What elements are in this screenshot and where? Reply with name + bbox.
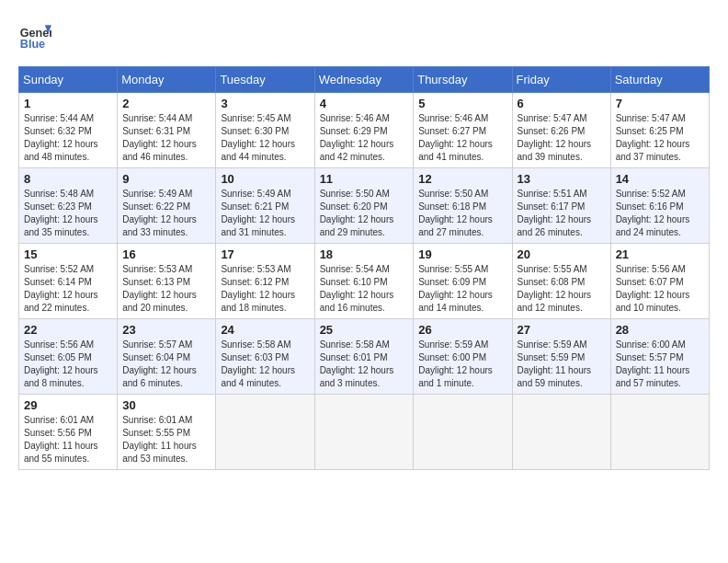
day-number: 17: [221, 247, 309, 261]
day-detail: Sunrise: 5:53 AM Sunset: 6:13 PM Dayligh…: [122, 263, 210, 315]
calendar-day-19: 19Sunrise: 5:55 AM Sunset: 6:09 PM Dayli…: [414, 244, 512, 319]
day-number: 28: [616, 323, 704, 337]
day-detail: Sunrise: 5:44 AM Sunset: 6:31 PM Dayligh…: [122, 112, 210, 164]
day-number: 20: [518, 247, 606, 261]
calendar-week-row: 1Sunrise: 5:44 AM Sunset: 6:32 PM Daylig…: [19, 93, 710, 168]
day-header-wednesday: Wednesday: [314, 67, 414, 93]
calendar-day-empty: [314, 395, 414, 470]
day-number: 30: [122, 398, 210, 412]
day-number: 10: [221, 172, 309, 186]
calendar-day-24: 24Sunrise: 5:58 AM Sunset: 6:03 PM Dayli…: [216, 319, 314, 395]
day-detail: Sunrise: 5:52 AM Sunset: 6:16 PM Dayligh…: [616, 188, 704, 239]
day-detail: Sunrise: 5:55 AM Sunset: 6:08 PM Dayligh…: [518, 263, 606, 315]
calendar-day-empty: [216, 395, 314, 470]
day-number: 29: [24, 398, 112, 412]
day-number: 7: [616, 97, 704, 110]
day-detail: Sunrise: 5:50 AM Sunset: 6:18 PM Dayligh…: [418, 188, 506, 239]
calendar-day-empty: [414, 395, 512, 470]
page-header: General Blue: [18, 18, 710, 52]
day-detail: Sunrise: 5:46 AM Sunset: 6:27 PM Dayligh…: [418, 112, 506, 164]
day-header-friday: Friday: [512, 67, 610, 93]
day-number: 11: [320, 172, 409, 186]
day-detail: Sunrise: 5:47 AM Sunset: 6:25 PM Dayligh…: [616, 112, 704, 164]
day-detail: Sunrise: 5:57 AM Sunset: 6:04 PM Dayligh…: [122, 339, 210, 390]
calendar-day-28: 28Sunrise: 6:00 AM Sunset: 5:57 PM Dayli…: [610, 319, 709, 395]
day-number: 25: [320, 323, 409, 337]
calendar-day-7: 7Sunrise: 5:47 AM Sunset: 6:25 PM Daylig…: [610, 93, 709, 168]
calendar-day-13: 13Sunrise: 5:51 AM Sunset: 6:17 PM Dayli…: [512, 168, 610, 244]
calendar-day-5: 5Sunrise: 5:46 AM Sunset: 6:27 PM Daylig…: [414, 93, 512, 168]
day-detail: Sunrise: 5:56 AM Sunset: 6:05 PM Dayligh…: [24, 339, 112, 390]
svg-text:Blue: Blue: [20, 38, 45, 51]
calendar-day-4: 4Sunrise: 5:46 AM Sunset: 6:29 PM Daylig…: [314, 93, 414, 168]
day-detail: Sunrise: 5:51 AM Sunset: 6:17 PM Dayligh…: [518, 188, 606, 239]
calendar-day-empty: [610, 395, 709, 470]
calendar-day-14: 14Sunrise: 5:52 AM Sunset: 6:16 PM Dayli…: [610, 168, 709, 244]
day-detail: Sunrise: 5:58 AM Sunset: 6:01 PM Dayligh…: [320, 339, 409, 390]
calendar-week-row: 29Sunrise: 6:01 AM Sunset: 5:56 PM Dayli…: [19, 395, 710, 470]
day-detail: Sunrise: 6:00 AM Sunset: 5:57 PM Dayligh…: [616, 339, 704, 390]
day-detail: Sunrise: 5:56 AM Sunset: 6:07 PM Dayligh…: [616, 263, 704, 315]
calendar-table: SundayMondayTuesdayWednesdayThursdayFrid…: [18, 66, 710, 470]
day-detail: Sunrise: 5:48 AM Sunset: 6:23 PM Dayligh…: [24, 188, 112, 239]
calendar-day-12: 12Sunrise: 5:50 AM Sunset: 6:18 PM Dayli…: [414, 168, 512, 244]
day-header-thursday: Thursday: [414, 67, 512, 93]
calendar-day-23: 23Sunrise: 5:57 AM Sunset: 6:04 PM Dayli…: [118, 319, 216, 395]
calendar-header-row: SundayMondayTuesdayWednesdayThursdayFrid…: [19, 67, 710, 93]
calendar-day-10: 10Sunrise: 5:49 AM Sunset: 6:21 PM Dayli…: [216, 168, 314, 244]
day-number: 26: [418, 323, 506, 337]
day-number: 16: [122, 247, 210, 261]
day-number: 12: [418, 172, 506, 186]
calendar-day-22: 22Sunrise: 5:56 AM Sunset: 6:05 PM Dayli…: [19, 319, 118, 395]
day-detail: Sunrise: 5:59 AM Sunset: 5:59 PM Dayligh…: [518, 339, 606, 390]
day-number: 24: [221, 323, 309, 337]
calendar-day-1: 1Sunrise: 5:44 AM Sunset: 6:32 PM Daylig…: [19, 93, 118, 168]
day-detail: Sunrise: 6:01 AM Sunset: 5:55 PM Dayligh…: [122, 414, 210, 465]
calendar-day-15: 15Sunrise: 5:52 AM Sunset: 6:14 PM Dayli…: [19, 244, 118, 319]
day-number: 3: [221, 97, 309, 110]
calendar-day-8: 8Sunrise: 5:48 AM Sunset: 6:23 PM Daylig…: [19, 168, 118, 244]
day-detail: Sunrise: 5:44 AM Sunset: 6:32 PM Dayligh…: [24, 112, 112, 164]
day-detail: Sunrise: 5:58 AM Sunset: 6:03 PM Dayligh…: [221, 339, 309, 390]
calendar-day-21: 21Sunrise: 5:56 AM Sunset: 6:07 PM Dayli…: [610, 244, 709, 319]
day-detail: Sunrise: 5:50 AM Sunset: 6:20 PM Dayligh…: [320, 188, 409, 239]
day-number: 14: [616, 172, 704, 186]
day-header-monday: Monday: [118, 67, 216, 93]
day-number: 27: [518, 323, 606, 337]
day-detail: Sunrise: 5:45 AM Sunset: 6:30 PM Dayligh…: [221, 112, 309, 164]
day-detail: Sunrise: 5:49 AM Sunset: 6:21 PM Dayligh…: [221, 188, 309, 239]
calendar-day-27: 27Sunrise: 5:59 AM Sunset: 5:59 PM Dayli…: [512, 319, 610, 395]
day-number: 18: [320, 247, 409, 261]
calendar-day-16: 16Sunrise: 5:53 AM Sunset: 6:13 PM Dayli…: [118, 244, 216, 319]
day-number: 9: [122, 172, 210, 186]
calendar-week-row: 8Sunrise: 5:48 AM Sunset: 6:23 PM Daylig…: [19, 168, 710, 244]
calendar-day-25: 25Sunrise: 5:58 AM Sunset: 6:01 PM Dayli…: [314, 319, 414, 395]
day-number: 1: [24, 97, 112, 110]
calendar-day-3: 3Sunrise: 5:45 AM Sunset: 6:30 PM Daylig…: [216, 93, 314, 168]
logo: General Blue: [18, 18, 55, 52]
calendar-day-9: 9Sunrise: 5:49 AM Sunset: 6:22 PM Daylig…: [118, 168, 216, 244]
day-detail: Sunrise: 5:55 AM Sunset: 6:09 PM Dayligh…: [418, 263, 506, 315]
calendar-day-26: 26Sunrise: 5:59 AM Sunset: 6:00 PM Dayli…: [414, 319, 512, 395]
logo-icon: General Blue: [18, 18, 51, 52]
day-number: 15: [24, 247, 112, 261]
day-number: 5: [418, 97, 506, 110]
day-number: 22: [24, 323, 112, 337]
day-detail: Sunrise: 5:53 AM Sunset: 6:12 PM Dayligh…: [221, 263, 309, 315]
day-number: 23: [122, 323, 210, 337]
day-number: 2: [122, 97, 210, 110]
day-detail: Sunrise: 5:54 AM Sunset: 6:10 PM Dayligh…: [320, 263, 409, 315]
day-detail: Sunrise: 5:47 AM Sunset: 6:26 PM Dayligh…: [518, 112, 606, 164]
calendar-day-17: 17Sunrise: 5:53 AM Sunset: 6:12 PM Dayli…: [216, 244, 314, 319]
calendar-day-29: 29Sunrise: 6:01 AM Sunset: 5:56 PM Dayli…: [19, 395, 118, 470]
day-detail: Sunrise: 5:52 AM Sunset: 6:14 PM Dayligh…: [24, 263, 112, 315]
day-number: 21: [616, 247, 704, 261]
day-number: 6: [518, 97, 606, 110]
day-detail: Sunrise: 5:46 AM Sunset: 6:29 PM Dayligh…: [320, 112, 409, 164]
calendar-week-row: 15Sunrise: 5:52 AM Sunset: 6:14 PM Dayli…: [19, 244, 710, 319]
day-number: 19: [418, 247, 506, 261]
calendar-day-30: 30Sunrise: 6:01 AM Sunset: 5:55 PM Dayli…: [118, 395, 216, 470]
calendar-day-2: 2Sunrise: 5:44 AM Sunset: 6:31 PM Daylig…: [118, 93, 216, 168]
day-header-sunday: Sunday: [19, 67, 118, 93]
day-number: 13: [518, 172, 606, 186]
